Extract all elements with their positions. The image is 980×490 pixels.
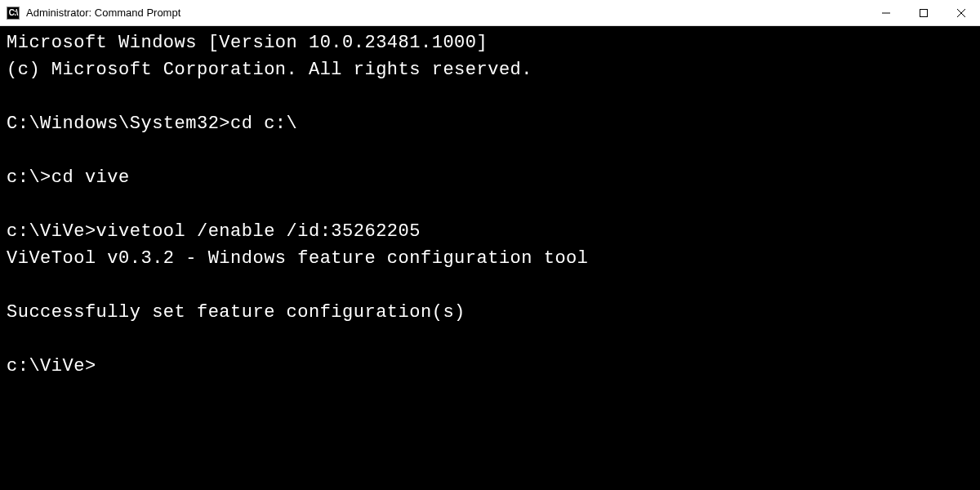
terminal-line: (c) Microsoft Corporation. All rights re… <box>7 56 973 83</box>
maximize-button[interactable] <box>905 0 942 25</box>
titlebar: C:\ Administrator: Command Prompt <box>0 0 980 26</box>
close-icon <box>957 9 965 17</box>
window-controls <box>867 0 980 25</box>
terminal-line: Microsoft Windows [Version 10.0.23481.10… <box>7 29 973 56</box>
close-button[interactable] <box>942 0 980 25</box>
terminal-blank <box>7 272 973 299</box>
cmd-icon: C:\ <box>7 7 20 20</box>
svg-rect-1 <box>920 9 928 16</box>
terminal-blank <box>7 83 973 110</box>
terminal-line: Successfully set feature configuration(s… <box>7 299 973 326</box>
terminal-line: ViVeTool v0.3.2 - Windows feature config… <box>7 245 973 272</box>
terminal-blank <box>7 326 973 353</box>
terminal-output[interactable]: Microsoft Windows [Version 10.0.23481.10… <box>0 26 980 383</box>
terminal-line: C:\Windows\System32>cd c:\ <box>7 110 973 137</box>
terminal-line: c:\ViVe>vivetool /enable /id:35262205 <box>7 218 973 245</box>
minimize-button[interactable] <box>867 0 905 25</box>
terminal-blank <box>7 137 973 164</box>
terminal-prompt: c:\ViVe> <box>7 353 973 380</box>
window-title: Administrator: Command Prompt <box>26 7 867 19</box>
terminal-blank <box>7 191 973 218</box>
terminal-line: c:\>cd vive <box>7 164 973 191</box>
minimize-icon <box>882 9 890 17</box>
maximize-icon <box>920 9 928 17</box>
